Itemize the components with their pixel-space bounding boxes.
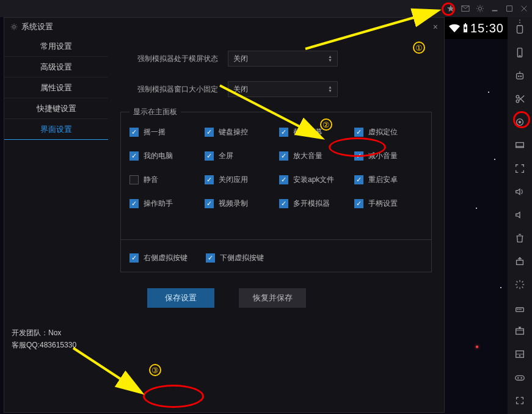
expand-icon[interactable]	[514, 394, 526, 407]
emulator-right-toolbar: ⋮	[508, 17, 532, 414]
checkbox-label: 摇一摇	[144, 127, 166, 137]
checkbox-box-icon	[279, 199, 288, 208]
checkbox-虚拟定位[interactable]: 虚拟定位	[354, 127, 423, 137]
gear-icon	[10, 23, 18, 31]
svg-point-39	[521, 377, 522, 379]
pin-icon[interactable]	[446, 4, 455, 13]
fullscreen-icon[interactable]	[514, 162, 526, 175]
checkbox-label: 下侧虚拟按键	[220, 253, 264, 263]
checkbox-减小音量[interactable]: 减小音量	[354, 151, 423, 161]
restore-button-label: 恢复并保存	[253, 292, 293, 303]
close-icon[interactable]	[520, 4, 528, 13]
checkbox-我的电脑[interactable]: 我的电脑	[129, 151, 199, 161]
checkbox-label: 重启安卓	[368, 175, 398, 185]
drawer-icon[interactable]	[514, 348, 526, 360]
checkbox-视频录制[interactable]: 视频录制	[205, 198, 274, 209]
checkbox-label: 截取屏幕	[293, 127, 322, 137]
checkbox-多开模拟器[interactable]: 多开模拟器	[279, 198, 348, 209]
svg-point-31	[520, 309, 521, 310]
keyboard-drawer-icon[interactable]	[514, 325, 526, 337]
svg-line-24	[517, 281, 518, 283]
gamepad-icon[interactable]	[514, 371, 526, 383]
select-force-fixedsize[interactable]: 关闭 ▲▼	[228, 81, 338, 97]
select-value: 关闭	[233, 84, 248, 95]
checkbox-右侧虚拟按键[interactable]: 右侧虚拟按键	[129, 253, 188, 263]
trash-icon[interactable]	[514, 232, 526, 244]
volume-down-icon[interactable]	[514, 209, 526, 221]
spinner-arrows-icon: ▲▼	[328, 55, 332, 62]
svg-rect-37	[516, 376, 524, 380]
checkbox-关闭应用[interactable]: 关闭应用	[205, 175, 274, 185]
checkbox-box-icon	[205, 175, 214, 184]
svg-rect-19	[517, 260, 523, 264]
spinner-arrows-icon: ▲▼	[328, 85, 332, 93]
robot-icon[interactable]	[514, 70, 526, 82]
checkbox-label: 右侧虚拟按键	[144, 253, 188, 263]
checkbox-box-icon	[279, 151, 288, 161]
checkbox-摇一摇[interactable]: 摇一摇	[129, 127, 199, 137]
mouse-icon[interactable]	[514, 302, 526, 314]
volume-up-icon[interactable]	[514, 186, 526, 198]
svg-point-10	[518, 76, 519, 77]
select-force-landscape[interactable]: 关闭 ▲▼	[228, 51, 338, 67]
save-button[interactable]: 保存设置	[147, 288, 214, 308]
checkbox-box-icon	[205, 199, 214, 208]
dev-team: 开发团队：Nox	[12, 327, 76, 339]
mail-icon[interactable]	[461, 4, 470, 13]
checkbox-操作助手[interactable]: 操作助手	[129, 198, 199, 209]
svg-rect-9	[517, 73, 523, 79]
checkbox-label: 视频录制	[219, 198, 248, 209]
checkbox-box-icon	[354, 128, 363, 137]
checkbox-键盘操控[interactable]: 键盘操控	[205, 127, 274, 137]
more-dots-icon[interactable]: ⋮	[516, 18, 523, 27]
gear-icon[interactable]	[476, 4, 484, 13]
checkbox-label: 关闭应用	[219, 175, 248, 185]
svg-rect-3	[507, 6, 512, 12]
checkbox-静音[interactable]: 静音	[129, 175, 199, 185]
checkbox-box-icon	[354, 151, 363, 161]
settings-nav: 常用设置高级设置属性设置快捷键设置界面设置	[4, 36, 108, 412]
checkbox-box-icon	[354, 175, 363, 184]
app-titlebar	[0, 0, 532, 17]
svg-point-38	[517, 377, 519, 379]
wifi-icon	[448, 23, 461, 33]
display-icon[interactable]	[514, 139, 526, 151]
scissors-icon[interactable]	[514, 93, 526, 105]
checkbox-放大音量[interactable]: 放大音量	[279, 151, 348, 161]
checkbox-box-icon	[279, 128, 288, 137]
checkbox-手柄设置[interactable]: 手柄设置	[354, 198, 423, 209]
checkbox-重启安卓[interactable]: 重启安卓	[354, 175, 423, 185]
checkbox-全屏[interactable]: 全屏	[205, 151, 274, 161]
svg-point-16	[519, 121, 521, 123]
nav-item-4[interactable]: 界面设置	[4, 119, 108, 140]
star-decoration	[494, 159, 495, 160]
nav-item-2[interactable]: 属性设置	[4, 78, 108, 98]
loading-icon[interactable]	[514, 278, 526, 291]
minimize-icon[interactable]	[490, 4, 499, 13]
battery-icon	[463, 23, 468, 33]
svg-point-11	[520, 76, 522, 77]
nav-item-3[interactable]: 快捷键设置	[4, 98, 108, 119]
checkbox-label: 静音	[144, 175, 158, 185]
checkbox-label: 手柄设置	[368, 198, 398, 209]
maximize-icon[interactable]	[505, 4, 514, 13]
svg-rect-5	[465, 23, 466, 24]
checkbox-box-icon	[279, 175, 288, 184]
checkbox-box-icon	[205, 128, 214, 137]
checkbox-安装apk文件[interactable]: 安装apk文件	[279, 175, 348, 185]
location-icon[interactable]	[514, 116, 526, 128]
phone-icon[interactable]	[514, 46, 526, 59]
nav-item-1[interactable]: 高级设置	[4, 57, 108, 78]
checkbox-label: 我的电脑	[144, 151, 173, 161]
star-decoration	[476, 208, 477, 209]
nav-item-0[interactable]: 常用设置	[4, 36, 108, 57]
star-decoration	[500, 287, 501, 288]
star-decoration	[476, 346, 478, 348]
checkbox-box-icon	[206, 253, 215, 263]
checkbox-box-icon	[129, 151, 139, 161]
restore-button[interactable]: 恢复并保存	[239, 288, 306, 308]
dialog-close-icon[interactable]: ×	[433, 22, 438, 32]
apk-icon[interactable]	[514, 255, 526, 267]
checkbox-截取屏幕[interactable]: 截取屏幕	[279, 127, 348, 137]
checkbox-下侧虚拟按键[interactable]: 下侧虚拟按键	[206, 253, 264, 263]
